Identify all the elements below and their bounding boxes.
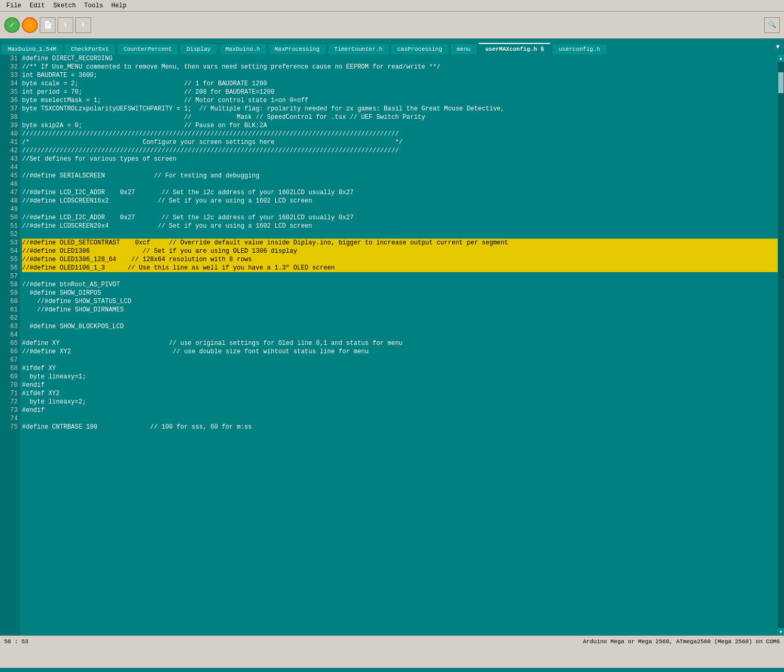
scroll-thumb[interactable] [778, 72, 783, 93]
verify-button[interactable]: ✓ [4, 17, 20, 33]
line-number: 32 [1, 63, 18, 71]
line-number: 38 [1, 113, 18, 121]
line-number: 50 [1, 214, 18, 222]
tab-display[interactable]: Display [180, 43, 217, 54]
line-number: 62 [1, 314, 18, 322]
line-number: 44 [1, 163, 18, 172]
code-line: byte mselectMask = 1; // Motor control s… [22, 96, 778, 105]
tab-scroll-arrow[interactable]: ▼ [771, 40, 784, 54]
line-number: 72 [1, 398, 18, 406]
tab-timercounterh[interactable]: TimerCounter.h [328, 43, 389, 54]
code-line: byte lineaxy=1; [22, 373, 778, 381]
line-number: 36 [1, 96, 18, 105]
line-number: 53 [1, 239, 18, 247]
tab-counterpercent[interactable]: CounterPercent [117, 43, 178, 54]
code-line: //** If Use_MENU commented to remove Men… [22, 63, 778, 71]
line-number: 54 [1, 247, 18, 255]
line-number: 45 [1, 172, 18, 180]
code-line [22, 272, 778, 281]
search-button[interactable]: 🔍 [764, 17, 780, 33]
tab-usermaxconfigh[interactable]: userMAXconfig.h § [478, 43, 551, 54]
upload-button[interactable]: → [22, 17, 38, 33]
code-line: #define CNTRBASE 100 // 100 for sss, 60 … [22, 423, 778, 431]
code-line: #endif [22, 406, 778, 415]
tab-checkforext[interactable]: CheckForExt [64, 43, 116, 54]
vertical-scrollbar[interactable]: ▲ ▼ [778, 54, 784, 635]
toolbar: ✓ → 📄 ⬆ ⬇ 🔍 [0, 12, 784, 39]
menu-edit[interactable]: Edit [26, 1, 49, 10]
code-line: int BAUDRATE = 3600; [22, 71, 778, 80]
tab-casprocessing[interactable]: casProcessing [390, 43, 449, 54]
scroll-up-arrow[interactable]: ▲ [778, 54, 784, 62]
menu-help[interactable]: Help [107, 1, 131, 10]
line-number: 63 [1, 322, 18, 331]
menu-sketch[interactable]: Sketch [49, 1, 80, 10]
code-line: //#define LCDSCREEN20x4 // Set if you ar… [22, 222, 778, 230]
line-number: 66 [1, 348, 18, 356]
code-line: byte scale = 2; // 1 for BAUDRATE 1200 [22, 80, 778, 88]
code-line: ////////////////////////////////////////… [22, 147, 778, 155]
code-line: //#define LCD_I2C_ADDR 0x27 // Set the i… [22, 188, 778, 197]
new-button[interactable]: 📄 [40, 17, 55, 33]
line-number: 58 [1, 281, 18, 289]
code-line: //#define OLED1306 // Set if you are usi… [22, 247, 778, 255]
line-number: 41 [1, 138, 18, 147]
save-button[interactable]: ⬇ [75, 17, 91, 33]
code-lines[interactable]: #define DIRECT_RECORDING//** If Use_MENU… [20, 54, 778, 635]
line-number: 40 [1, 130, 18, 138]
line-number: 56 [1, 264, 18, 272]
code-line: //#define XY2 // use double size font wi… [22, 348, 778, 356]
code-line: //#define OLED1306_128_64 // 128x64 reso… [22, 255, 778, 264]
line-number: 55 [1, 255, 18, 264]
line-number: 74 [1, 415, 18, 423]
line-number: 47 [1, 188, 18, 197]
menu-tools[interactable]: Tools [80, 1, 107, 10]
tab-menu[interactable]: menu [450, 43, 477, 54]
code-line [22, 230, 778, 239]
line-number: 39 [1, 121, 18, 130]
line-number: 65 [1, 339, 18, 348]
menu-file[interactable]: File [2, 1, 26, 10]
code-line: #ifdef XY2 [22, 389, 778, 398]
line-number: 68 [1, 364, 18, 373]
code-line: //#define LCDSCREEN16x2 // Set if you ar… [22, 197, 778, 205]
line-number: 64 [1, 331, 18, 339]
tab-userconfigh[interactable]: userconfig.h [552, 43, 607, 54]
tab-maxprocessing[interactable]: MaxProcessing [268, 43, 327, 54]
code-line: //#define SHOW_DIRNAMES [22, 306, 778, 314]
line-number: 52 [1, 230, 18, 239]
code-line: ////////////////////////////////////////… [22, 130, 778, 138]
code-line: int period = 70; // 208 for BAUDRATE=120… [22, 88, 778, 96]
line-number: 60 [1, 297, 18, 306]
code-line [22, 180, 778, 188]
line-number: 43 [1, 155, 18, 163]
code-line: //#define OLED_SETCONTRAST 0xcf // Overr… [22, 239, 778, 247]
line-number: 73 [1, 406, 18, 415]
code-line [22, 415, 778, 423]
cursor-position: 56 : 53 [4, 639, 583, 645]
open-button[interactable]: ⬆ [58, 17, 73, 33]
tabs-bar: MaxDuino_1.54M CheckForExt CounterPercen… [0, 39, 784, 54]
code-line: //#define SHOW_STATUS_LCD [22, 297, 778, 306]
code-line: byte TSXCONTROLzxpolarityUEFSWITCHPARITY… [22, 105, 778, 113]
code-line: //#define OLED1106_1_3 // Use this line … [22, 264, 778, 272]
line-number: 46 [1, 180, 18, 188]
code-line: #ifdef XY [22, 364, 778, 373]
code-line: #define XY // use original settings for … [22, 339, 778, 348]
code-area: 3132333435363738394041424344454647484950… [0, 54, 784, 635]
line-number: 69 [1, 373, 18, 381]
line-number: 49 [1, 205, 18, 214]
code-line: #define SHOW_BLOCKPOS_LCD [22, 322, 778, 331]
code-line: byte skip2A = 0; // Pause on for BLK:2A [22, 121, 778, 130]
line-number: 34 [1, 80, 18, 88]
line-number: 31 [1, 54, 18, 63]
tab-maxduinoh[interactable]: MaxDuino.h [219, 43, 267, 54]
code-line [22, 163, 778, 172]
menu-bar: File Edit Sketch Tools Help [0, 0, 784, 12]
code-line: byte lineaxy=2; [22, 398, 778, 406]
tab-maxduino154m[interactable]: MaxDuino_1.54M [1, 43, 63, 54]
board-info: Arduino Mega or Mega 2560, ATmega2560 (M… [583, 639, 780, 645]
scroll-down-arrow[interactable]: ▼ [778, 628, 784, 635]
code-line: /* Configure your screen settings here *… [22, 138, 778, 147]
code-line: //#define SERIALSCREEN // For testing an… [22, 172, 778, 180]
